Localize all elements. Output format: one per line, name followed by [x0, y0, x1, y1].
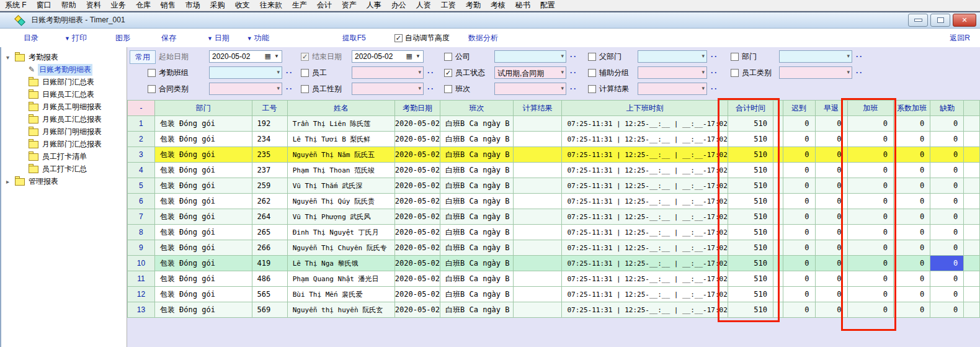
col-header-emp_no[interactable]: 工号 [252, 101, 287, 116]
dropdown-arrow-icon[interactable]: ▾ [418, 85, 421, 91]
col-header-times[interactable]: 上下班时刻 [562, 101, 728, 116]
cell-name[interactable]: Vũ Thị Phượng 武氏风 [287, 209, 394, 225]
cell-shift[interactable]: 白班B Ca ngày B [440, 116, 514, 132]
dropdown-field[interactable]: ▾ [638, 50, 707, 63]
dropdown-arrow-icon[interactable]: ▾ [277, 69, 280, 75]
cell-absent[interactable]: 0 [930, 147, 964, 163]
cell-ot[interactable]: 0 [847, 116, 893, 132]
dropdown-field[interactable]: ▾ [638, 66, 707, 79]
cell-absent[interactable]: 0 [930, 287, 964, 302]
cell-name[interactable]: Nguyễn Thị Năm 阮氏五 [287, 147, 394, 163]
checkbox-考勤班组[interactable] [148, 69, 156, 77]
cell-idx[interactable]: 5 [128, 178, 155, 194]
cell-ovf[interactable] [964, 147, 980, 163]
cell-idx[interactable]: 2 [128, 132, 155, 147]
checkbox-计算结果[interactable] [588, 85, 596, 93]
dropdown-arrow-icon[interactable]: ▾ [418, 69, 421, 75]
cell-early[interactable]: 0 [815, 271, 847, 287]
menu-item[interactable]: 资产 [337, 0, 362, 11]
sidebar-item-管理报表[interactable]: ▸管理报表 [1, 175, 127, 187]
chevron-right-icon[interactable]: ▸ [6, 178, 15, 185]
dropdown-field[interactable]: ▾ [494, 50, 566, 63]
cell-ovf[interactable] [964, 271, 980, 287]
sidebar-item-月账部门明细报表[interactable]: 月账部门明细报表 [1, 125, 127, 138]
cell-total[interactable]: 510 [728, 147, 773, 163]
cell-late[interactable]: 0 [783, 225, 815, 240]
menu-item[interactable]: 生产 [287, 0, 312, 11]
dropdown-arrow-icon[interactable]: ▾ [702, 53, 705, 59]
cell-early[interactable]: 0 [815, 256, 847, 271]
tab-common[interactable]: 常用 [130, 50, 156, 64]
date-input[interactable]: 2020-05-02▦▼ [352, 50, 424, 63]
auto-height-toggle[interactable]: ✓自动调节高度 [394, 33, 450, 43]
sidebar-item-日账员工汇总表[interactable]: 日账员工汇总表 [1, 88, 127, 101]
cell-sp[interactable] [773, 287, 783, 302]
chevron-down-icon[interactable]: ▾ [6, 54, 15, 61]
cell-total[interactable]: 510 [728, 256, 773, 271]
sidebar-item-员工打卡汇总[interactable]: 员工打卡汇总 [1, 163, 127, 175]
minimize-button[interactable] [908, 14, 928, 27]
ellipsis-button[interactable]: ·· [856, 68, 863, 77]
menu-item[interactable]: 考核 [486, 0, 510, 11]
toolbar-print-button[interactable]: ▼打印 [65, 33, 87, 43]
cell-calc[interactable] [513, 194, 562, 209]
menu-item[interactable]: 资料 [81, 0, 106, 11]
menu-item[interactable]: 办公 [386, 0, 411, 11]
cell-late[interactable]: 0 [783, 302, 815, 318]
calendar-icon[interactable]: ▦ [406, 52, 412, 60]
cell-shift[interactable]: 白班B Ca ngày B [440, 256, 514, 271]
toolbar-date-button[interactable]: ▼日期 [207, 33, 229, 43]
menu-item[interactable]: 业务 [106, 0, 131, 11]
checkbox-班次[interactable] [444, 85, 452, 93]
col-header-coef_ot[interactable]: 系数加班 [893, 101, 930, 116]
cell-late[interactable]: 0 [783, 271, 815, 287]
cell-emp_no[interactable]: 265 [252, 225, 287, 240]
cell-ot[interactable]: 0 [847, 287, 893, 302]
cell-late[interactable]: 0 [783, 116, 815, 132]
cell-early[interactable]: 0 [815, 225, 847, 240]
cell-absent[interactable]: 0 [930, 240, 964, 256]
col-header-sp[interactable] [773, 101, 783, 116]
cell-calc[interactable] [513, 163, 562, 178]
cell-ot[interactable]: 0 [847, 132, 893, 147]
col-header-date[interactable]: 考勤日期 [394, 101, 440, 116]
checkbox-合同类别[interactable] [148, 85, 156, 93]
menu-item[interactable]: 考勤 [461, 0, 486, 11]
cell-date[interactable]: 2020-05-02 [394, 209, 440, 225]
cell-shift[interactable]: 白班B Ca ngày B [440, 147, 514, 163]
cell-shift[interactable]: 白班B Ca ngày B [440, 240, 514, 256]
cell-ot[interactable]: 0 [847, 225, 893, 240]
cell-calc[interactable] [513, 132, 562, 147]
cell-date[interactable]: 2020-05-02 [394, 178, 440, 194]
cell-dept[interactable]: 包装 Đóng gói [154, 209, 252, 225]
menu-item[interactable]: 帮助 [56, 0, 81, 11]
cell-name[interactable]: Phạm Thị Thoan 范氏竣 [287, 163, 394, 178]
col-header-shift[interactable]: 班次 [440, 101, 514, 116]
ellipsis-button[interactable]: ·· [856, 52, 863, 61]
dropdown-arrow-icon[interactable]: ▾ [847, 69, 850, 75]
cell-early[interactable]: 0 [815, 240, 847, 256]
col-header-idx[interactable]: - [128, 101, 155, 116]
col-header-absent[interactable]: 缺勤 [930, 101, 964, 116]
cell-total[interactable]: 510 [728, 132, 773, 147]
cell-date[interactable]: 2020-05-02 [394, 256, 440, 271]
sidebar-item-考勤报表[interactable]: ▾考勤报表 [1, 51, 127, 63]
cell-idx[interactable]: 6 [128, 194, 155, 209]
cell-late[interactable]: 0 [783, 240, 815, 256]
cell-late[interactable]: 0 [783, 194, 815, 209]
dropdown-arrow-icon[interactable]: ▾ [561, 53, 564, 59]
cell-sp[interactable] [773, 194, 783, 209]
menu-item[interactable]: 会计 [312, 0, 337, 11]
ellipsis-button[interactable]: ·· [711, 68, 718, 77]
cell-early[interactable]: 0 [815, 209, 847, 225]
cell-early[interactable]: 0 [815, 178, 847, 194]
cell-times[interactable]: 07:25-11:31 | 12:25-__:__ | __:__-17:02 [562, 302, 728, 318]
cell-absent[interactable]: 0 [930, 256, 964, 271]
cell-name[interactable]: Bùi Thị Mến 裴氏爱 [287, 287, 394, 302]
cell-early[interactable]: 0 [815, 132, 847, 147]
cell-absent[interactable]: 0 [930, 163, 964, 178]
cell-late[interactable]: 0 [783, 287, 815, 302]
menu-item[interactable]: 窗口 [32, 0, 56, 11]
cell-late[interactable]: 0 [783, 178, 815, 194]
cell-date[interactable]: 2020-05-02 [394, 225, 440, 240]
